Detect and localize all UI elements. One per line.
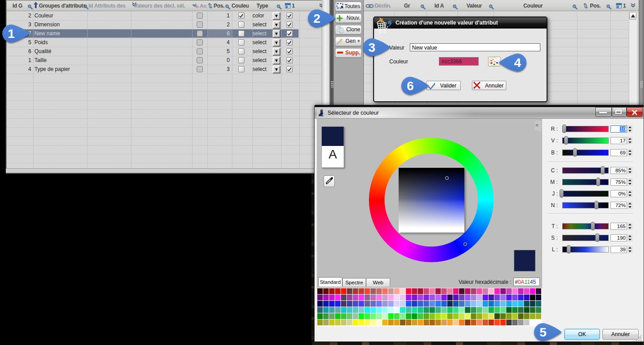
svg-text:5: 5 [539, 325, 547, 339]
svg-text:6: 6 [407, 79, 414, 93]
svg-text:1: 1 [8, 27, 15, 41]
svg-text:3: 3 [368, 41, 375, 54]
svg-text:4: 4 [514, 56, 521, 70]
svg-text:2: 2 [313, 12, 320, 25]
